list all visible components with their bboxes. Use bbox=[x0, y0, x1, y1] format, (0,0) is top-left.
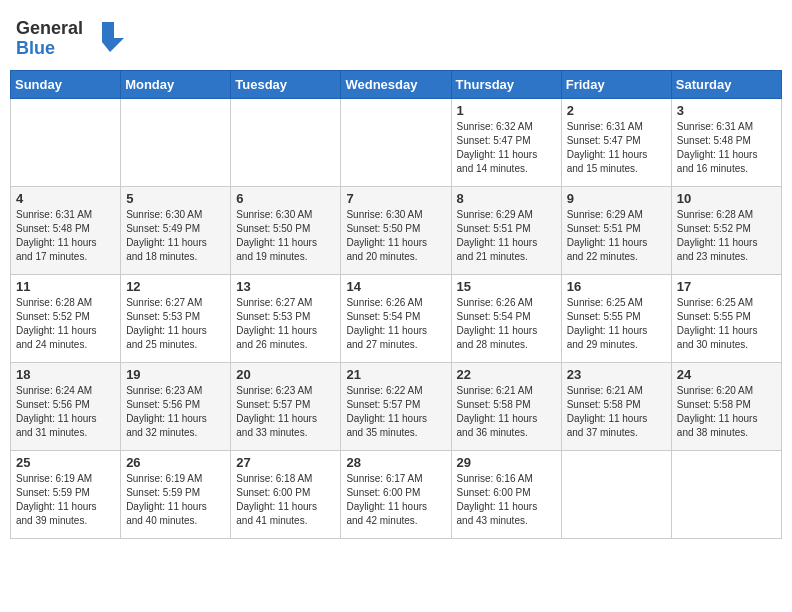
calendar-cell: 15Sunrise: 6:26 AM Sunset: 5:54 PM Dayli… bbox=[451, 275, 561, 363]
day-number: 15 bbox=[457, 279, 556, 294]
calendar-cell: 13Sunrise: 6:27 AM Sunset: 5:53 PM Dayli… bbox=[231, 275, 341, 363]
day-number: 27 bbox=[236, 455, 335, 470]
column-header-saturday: Saturday bbox=[671, 71, 781, 99]
day-number: 16 bbox=[567, 279, 666, 294]
day-number: 1 bbox=[457, 103, 556, 118]
day-number: 6 bbox=[236, 191, 335, 206]
svg-text:General: General bbox=[16, 18, 83, 38]
column-header-thursday: Thursday bbox=[451, 71, 561, 99]
logo: General Blue bbox=[14, 14, 124, 62]
calendar-cell: 23Sunrise: 6:21 AM Sunset: 5:58 PM Dayli… bbox=[561, 363, 671, 451]
day-info: Sunrise: 6:27 AM Sunset: 5:53 PM Dayligh… bbox=[236, 296, 335, 352]
day-info: Sunrise: 6:31 AM Sunset: 5:47 PM Dayligh… bbox=[567, 120, 666, 176]
day-info: Sunrise: 6:30 AM Sunset: 5:50 PM Dayligh… bbox=[236, 208, 335, 264]
calendar-cell bbox=[11, 99, 121, 187]
day-info: Sunrise: 6:29 AM Sunset: 5:51 PM Dayligh… bbox=[567, 208, 666, 264]
calendar-cell: 5Sunrise: 6:30 AM Sunset: 5:49 PM Daylig… bbox=[121, 187, 231, 275]
column-header-wednesday: Wednesday bbox=[341, 71, 451, 99]
day-info: Sunrise: 6:20 AM Sunset: 5:58 PM Dayligh… bbox=[677, 384, 776, 440]
calendar-cell: 25Sunrise: 6:19 AM Sunset: 5:59 PM Dayli… bbox=[11, 451, 121, 539]
calendar-week-row: 25Sunrise: 6:19 AM Sunset: 5:59 PM Dayli… bbox=[11, 451, 782, 539]
calendar-cell: 29Sunrise: 6:16 AM Sunset: 6:00 PM Dayli… bbox=[451, 451, 561, 539]
svg-text:Blue: Blue bbox=[16, 38, 55, 58]
calendar-table: SundayMondayTuesdayWednesdayThursdayFrid… bbox=[10, 70, 782, 539]
day-number: 18 bbox=[16, 367, 115, 382]
calendar-cell bbox=[231, 99, 341, 187]
calendar-cell: 12Sunrise: 6:27 AM Sunset: 5:53 PM Dayli… bbox=[121, 275, 231, 363]
calendar-cell: 7Sunrise: 6:30 AM Sunset: 5:50 PM Daylig… bbox=[341, 187, 451, 275]
calendar-cell: 18Sunrise: 6:24 AM Sunset: 5:56 PM Dayli… bbox=[11, 363, 121, 451]
day-info: Sunrise: 6:23 AM Sunset: 5:57 PM Dayligh… bbox=[236, 384, 335, 440]
calendar-cell bbox=[341, 99, 451, 187]
day-info: Sunrise: 6:28 AM Sunset: 5:52 PM Dayligh… bbox=[677, 208, 776, 264]
calendar-cell bbox=[561, 451, 671, 539]
day-info: Sunrise: 6:29 AM Sunset: 5:51 PM Dayligh… bbox=[457, 208, 556, 264]
day-info: Sunrise: 6:19 AM Sunset: 5:59 PM Dayligh… bbox=[126, 472, 225, 528]
calendar-week-row: 1Sunrise: 6:32 AM Sunset: 5:47 PM Daylig… bbox=[11, 99, 782, 187]
calendar-cell: 6Sunrise: 6:30 AM Sunset: 5:50 PM Daylig… bbox=[231, 187, 341, 275]
calendar-cell: 10Sunrise: 6:28 AM Sunset: 5:52 PM Dayli… bbox=[671, 187, 781, 275]
day-info: Sunrise: 6:21 AM Sunset: 5:58 PM Dayligh… bbox=[567, 384, 666, 440]
calendar-cell: 20Sunrise: 6:23 AM Sunset: 5:57 PM Dayli… bbox=[231, 363, 341, 451]
day-number: 21 bbox=[346, 367, 445, 382]
day-info: Sunrise: 6:17 AM Sunset: 6:00 PM Dayligh… bbox=[346, 472, 445, 528]
day-info: Sunrise: 6:31 AM Sunset: 5:48 PM Dayligh… bbox=[16, 208, 115, 264]
day-number: 14 bbox=[346, 279, 445, 294]
day-number: 13 bbox=[236, 279, 335, 294]
day-number: 11 bbox=[16, 279, 115, 294]
day-info: Sunrise: 6:28 AM Sunset: 5:52 PM Dayligh… bbox=[16, 296, 115, 352]
calendar-cell: 27Sunrise: 6:18 AM Sunset: 6:00 PM Dayli… bbox=[231, 451, 341, 539]
day-info: Sunrise: 6:30 AM Sunset: 5:49 PM Dayligh… bbox=[126, 208, 225, 264]
day-number: 3 bbox=[677, 103, 776, 118]
day-info: Sunrise: 6:27 AM Sunset: 5:53 PM Dayligh… bbox=[126, 296, 225, 352]
day-number: 28 bbox=[346, 455, 445, 470]
day-info: Sunrise: 6:21 AM Sunset: 5:58 PM Dayligh… bbox=[457, 384, 556, 440]
column-header-tuesday: Tuesday bbox=[231, 71, 341, 99]
column-header-monday: Monday bbox=[121, 71, 231, 99]
calendar-week-row: 4Sunrise: 6:31 AM Sunset: 5:48 PM Daylig… bbox=[11, 187, 782, 275]
column-header-friday: Friday bbox=[561, 71, 671, 99]
calendar-cell bbox=[671, 451, 781, 539]
calendar-cell: 19Sunrise: 6:23 AM Sunset: 5:56 PM Dayli… bbox=[121, 363, 231, 451]
day-info: Sunrise: 6:26 AM Sunset: 5:54 PM Dayligh… bbox=[457, 296, 556, 352]
day-info: Sunrise: 6:22 AM Sunset: 5:57 PM Dayligh… bbox=[346, 384, 445, 440]
day-info: Sunrise: 6:23 AM Sunset: 5:56 PM Dayligh… bbox=[126, 384, 225, 440]
calendar-cell: 9Sunrise: 6:29 AM Sunset: 5:51 PM Daylig… bbox=[561, 187, 671, 275]
calendar-week-row: 11Sunrise: 6:28 AM Sunset: 5:52 PM Dayli… bbox=[11, 275, 782, 363]
day-info: Sunrise: 6:31 AM Sunset: 5:48 PM Dayligh… bbox=[677, 120, 776, 176]
day-info: Sunrise: 6:25 AM Sunset: 5:55 PM Dayligh… bbox=[567, 296, 666, 352]
calendar-cell: 2Sunrise: 6:31 AM Sunset: 5:47 PM Daylig… bbox=[561, 99, 671, 187]
day-number: 7 bbox=[346, 191, 445, 206]
calendar-cell: 4Sunrise: 6:31 AM Sunset: 5:48 PM Daylig… bbox=[11, 187, 121, 275]
calendar-header-row: SundayMondayTuesdayWednesdayThursdayFrid… bbox=[11, 71, 782, 99]
day-number: 17 bbox=[677, 279, 776, 294]
day-number: 9 bbox=[567, 191, 666, 206]
day-number: 23 bbox=[567, 367, 666, 382]
calendar-cell: 21Sunrise: 6:22 AM Sunset: 5:57 PM Dayli… bbox=[341, 363, 451, 451]
calendar-cell: 28Sunrise: 6:17 AM Sunset: 6:00 PM Dayli… bbox=[341, 451, 451, 539]
day-number: 29 bbox=[457, 455, 556, 470]
day-number: 5 bbox=[126, 191, 225, 206]
day-number: 8 bbox=[457, 191, 556, 206]
day-info: Sunrise: 6:32 AM Sunset: 5:47 PM Dayligh… bbox=[457, 120, 556, 176]
calendar-cell: 26Sunrise: 6:19 AM Sunset: 5:59 PM Dayli… bbox=[121, 451, 231, 539]
calendar-cell: 17Sunrise: 6:25 AM Sunset: 5:55 PM Dayli… bbox=[671, 275, 781, 363]
calendar-week-row: 18Sunrise: 6:24 AM Sunset: 5:56 PM Dayli… bbox=[11, 363, 782, 451]
day-number: 4 bbox=[16, 191, 115, 206]
day-info: Sunrise: 6:26 AM Sunset: 5:54 PM Dayligh… bbox=[346, 296, 445, 352]
calendar-cell: 22Sunrise: 6:21 AM Sunset: 5:58 PM Dayli… bbox=[451, 363, 561, 451]
day-info: Sunrise: 6:19 AM Sunset: 5:59 PM Dayligh… bbox=[16, 472, 115, 528]
calendar-cell: 11Sunrise: 6:28 AM Sunset: 5:52 PM Dayli… bbox=[11, 275, 121, 363]
day-number: 19 bbox=[126, 367, 225, 382]
day-number: 24 bbox=[677, 367, 776, 382]
calendar-cell: 8Sunrise: 6:29 AM Sunset: 5:51 PM Daylig… bbox=[451, 187, 561, 275]
calendar-cell: 16Sunrise: 6:25 AM Sunset: 5:55 PM Dayli… bbox=[561, 275, 671, 363]
calendar-cell: 3Sunrise: 6:31 AM Sunset: 5:48 PM Daylig… bbox=[671, 99, 781, 187]
day-info: Sunrise: 6:25 AM Sunset: 5:55 PM Dayligh… bbox=[677, 296, 776, 352]
day-number: 25 bbox=[16, 455, 115, 470]
calendar-cell bbox=[121, 99, 231, 187]
day-info: Sunrise: 6:18 AM Sunset: 6:00 PM Dayligh… bbox=[236, 472, 335, 528]
day-number: 20 bbox=[236, 367, 335, 382]
column-header-sunday: Sunday bbox=[11, 71, 121, 99]
day-info: Sunrise: 6:16 AM Sunset: 6:00 PM Dayligh… bbox=[457, 472, 556, 528]
